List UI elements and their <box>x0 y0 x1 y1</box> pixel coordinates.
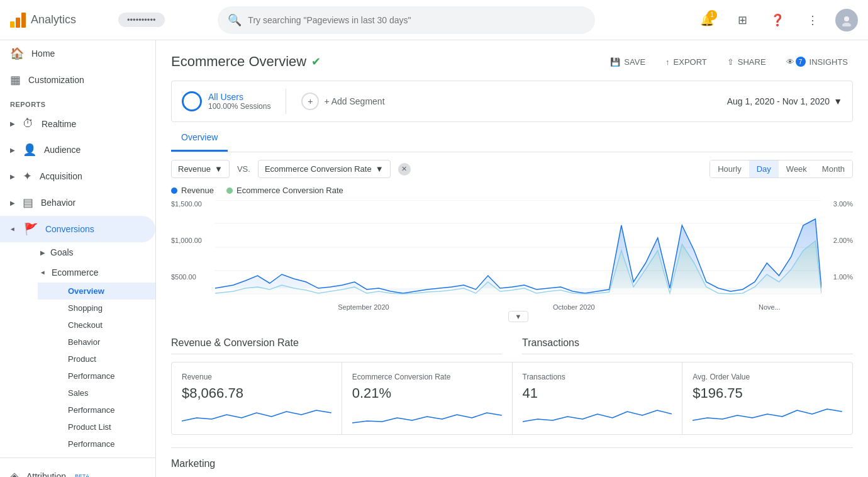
time-buttons: Hourly Day Week Month <box>709 160 853 178</box>
chart-metrics: Revenue ▼ VS. Ecommerce Conversion Rate … <box>171 160 411 178</box>
stat-card-revenue: Revenue $8,066.78 <box>172 362 342 434</box>
marketing-section: Marketing Campaigns 20 Transactions $3,9… <box>171 447 853 477</box>
sparkline-trans <box>523 405 672 424</box>
expand-icon: ▶ <box>10 173 15 180</box>
sidebar-item-attribution[interactable]: ◈ Attribution BETA <box>0 463 155 477</box>
sidebar-item-conversions[interactable]: ▼ 🚩 Conversions <box>0 216 155 242</box>
sidebar-sub-product-performance[interactable]: Performance <box>38 435 155 452</box>
month-button[interactable]: Month <box>815 160 852 177</box>
segment-left: All Users 100.00% Sessions + + Add Segme… <box>182 89 385 114</box>
ecommerce-collapse-icon: ▼ <box>40 269 47 276</box>
ecommerce-collapse[interactable]: ▼ Ecommerce <box>30 262 155 283</box>
stats-section: Revenue & Conversion Rate Transactions R… <box>171 337 853 435</box>
sidebar-sub-checkout-behavior[interactable]: Checkout <box>38 317 155 334</box>
sidebar-sub-shopping[interactable]: Shopping <box>38 300 155 317</box>
sidebar-sub-product[interactable]: Product <box>38 351 155 368</box>
chart-legend: Revenue Ecommerce Conversion Rate <box>171 183 853 200</box>
acquisition-icon: ✦ <box>23 169 32 183</box>
tabs-bar: Overview <box>171 125 853 152</box>
attribution-badge: BETA <box>75 473 89 477</box>
week-button[interactable]: Week <box>779 160 815 177</box>
chart-expand-btn[interactable]: ▼ <box>215 311 821 322</box>
legend-revenue: Revenue <box>171 186 214 195</box>
share-button[interactable]: ⇧ SHARE <box>722 53 771 70</box>
account-selector[interactable]: •••••••••• <box>118 13 165 27</box>
sidebar-sub-sales[interactable]: Sales <box>38 384 155 401</box>
save-icon: 💾 <box>610 57 620 67</box>
search-input[interactable] <box>248 15 585 25</box>
date-range-chevron: ▼ <box>833 96 842 106</box>
sidebar-sub-performance[interactable]: Performance <box>38 368 155 384</box>
date-range[interactable]: Aug 1, 2020 - Nov 1, 2020 ▼ <box>727 96 842 106</box>
sidebar-sub-sales-performance[interactable]: Performance <box>38 401 155 418</box>
hourly-button[interactable]: Hourly <box>710 160 749 177</box>
sidebar-item-home[interactable]: 🏠 Home <box>0 40 155 67</box>
clear-comparison-button[interactable]: ✕ <box>398 163 411 176</box>
sidebar-item-behavior[interactable]: ▶ ▤ Behavior <box>0 189 155 216</box>
sidebar-sub-product-list[interactable]: Product List <box>38 418 155 435</box>
goals-expand-icon: ▶ <box>40 249 45 256</box>
segment-bar: All Users 100.00% Sessions + + Add Segme… <box>171 81 853 122</box>
metric1-dropdown[interactable]: Revenue ▼ <box>171 160 230 178</box>
share-icon: ⇧ <box>727 57 734 67</box>
expand-icon: ▶ <box>10 120 15 127</box>
page-title-area: Ecommerce Overview ✔ <box>171 53 321 70</box>
sparkline-avg <box>693 405 842 424</box>
customization-icon: ▦ <box>10 73 21 87</box>
stats-headers: Revenue & Conversion Rate Transactions <box>171 337 853 359</box>
vs-label: VS. <box>237 164 250 174</box>
avatar[interactable] <box>835 9 858 31</box>
expand-icon: ▶ <box>10 147 15 154</box>
main-content: Ecommerce Overview ✔ 💾 SAVE ↑ EXPORT ⇧ S… <box>156 40 868 477</box>
notif-badge: 1 <box>707 10 717 20</box>
segment-divider <box>286 89 286 114</box>
chart-svg <box>215 200 821 295</box>
export-button[interactable]: ↑ EXPORT <box>660 53 712 70</box>
save-button[interactable]: 💾 SAVE <box>605 53 650 70</box>
marketing-title: Marketing <box>171 458 853 469</box>
svg-point-1 <box>842 23 851 26</box>
insights-button[interactable]: 👁 7 INSIGHTS <box>781 53 853 70</box>
logo-area: Analytics <box>10 13 111 28</box>
sidebar-item-audience[interactable]: ▶ 👤 Audience <box>0 137 155 163</box>
sidebar-sub-behavior2[interactable]: Behavior <box>38 334 155 351</box>
y-axis-right: 3.00% 2.00% 1.00% <box>831 200 853 310</box>
sidebar-item-customization[interactable]: ▦ Customization <box>0 67 155 93</box>
help-button[interactable]: ❓ <box>765 8 790 33</box>
export-icon: ↑ <box>665 57 670 67</box>
notifications-button[interactable]: 🔔 1 <box>694 8 720 33</box>
metric2-dropdown[interactable]: Ecommerce Conversion Rate ▼ <box>258 160 391 178</box>
page-header: Ecommerce Overview ✔ 💾 SAVE ↑ EXPORT ⇧ S… <box>171 53 853 70</box>
search-bar: 🔍 <box>218 6 595 34</box>
reports-label: REPORTS <box>0 93 155 111</box>
revenue-dot <box>171 188 177 194</box>
expand-icon: ▶ <box>10 199 15 206</box>
apps-button[interactable]: ⊞ <box>730 8 755 33</box>
realtime-icon: ⏱ <box>23 117 34 130</box>
sidebar-sub-overview[interactable]: Overview <box>38 283 155 300</box>
metric2-chevron: ▼ <box>376 164 384 174</box>
logo-text: Analytics <box>31 13 76 26</box>
sparkline-conv <box>352 405 502 424</box>
sidebar-item-realtime[interactable]: ▶ ⏱ Realtime <box>0 111 155 137</box>
topbar: Analytics •••••••••• 🔍 🔔 1 ⊞ ❓ ⋮ <box>0 0 868 40</box>
more-button[interactable]: ⋮ <box>800 8 825 33</box>
insights-icon: 👁 <box>786 57 794 67</box>
home-icon: 🏠 <box>10 47 24 60</box>
goals-collapse[interactable]: ▶ Goals <box>30 242 155 262</box>
stat-card-transactions: Transactions 41 <box>513 362 683 434</box>
add-segment-button[interactable]: + + Add Segment <box>301 93 384 110</box>
add-segment-circle: + <box>301 93 319 110</box>
all-users-segment[interactable]: All Users 100.00% Sessions <box>182 91 270 111</box>
chart-wrapper: $1,500.00 $1,000.00 $500.00 <box>171 200 853 322</box>
tab-overview[interactable]: Overview <box>171 125 228 152</box>
topbar-right: 🔔 1 ⊞ ❓ ⋮ <box>694 8 858 33</box>
metric1-chevron: ▼ <box>214 164 223 174</box>
header-actions: 💾 SAVE ↑ EXPORT ⇧ SHARE 👁 7 <box>605 53 853 70</box>
stats-row: Revenue $8,066.78 Ecommerce Conversion R… <box>171 362 853 435</box>
day-button[interactable]: Day <box>749 160 779 177</box>
chart-controls: Revenue ▼ VS. Ecommerce Conversion Rate … <box>171 152 853 183</box>
sidebar: 🏠 Home ▦ Customization REPORTS ▶ ⏱ Realt… <box>0 40 156 477</box>
behavior-icon: ▤ <box>23 196 33 210</box>
sidebar-item-acquisition[interactable]: ▶ ✦ Acquisition <box>0 163 155 189</box>
